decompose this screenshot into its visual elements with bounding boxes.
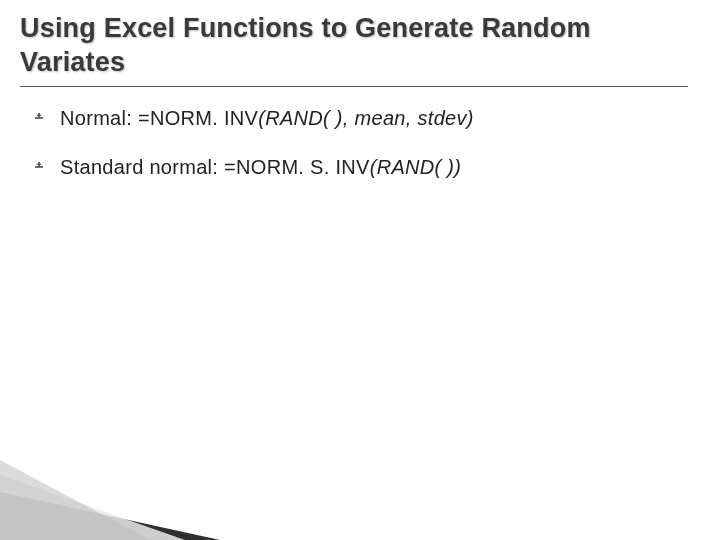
bullet-text: Normal: =NORM. INV(RAND( ), mean, stdev) bbox=[60, 105, 474, 132]
formula-prefix: =NORM. S. INV bbox=[224, 156, 370, 178]
formula-args: (RAND( ), mean, stdev) bbox=[258, 107, 474, 129]
bullet-icon bbox=[34, 107, 46, 127]
bullet-item: Normal: =NORM. INV(RAND( ), mean, stdev) bbox=[34, 105, 678, 132]
formula-prefix: =NORM. INV bbox=[138, 107, 258, 129]
bullet-text: Standard normal: =NORM. S. INV(RAND( )) bbox=[60, 154, 461, 181]
svg-marker-7 bbox=[0, 475, 185, 540]
bullet-label: Normal: bbox=[60, 107, 138, 129]
bullet-label: Standard normal: bbox=[60, 156, 224, 178]
slide-title: Using Excel Functions to Generate Random… bbox=[20, 12, 688, 80]
bullet-item: Standard normal: =NORM. S. INV(RAND( )) bbox=[34, 154, 678, 181]
slide: Using Excel Functions to Generate Random… bbox=[0, 0, 720, 540]
bullet-icon bbox=[34, 156, 46, 176]
formula-args: (RAND( )) bbox=[370, 156, 462, 178]
slide-body: Normal: =NORM. INV(RAND( ), mean, stdev)… bbox=[20, 87, 688, 181]
svg-marker-8 bbox=[0, 460, 150, 540]
corner-decoration bbox=[0, 430, 220, 540]
svg-marker-6 bbox=[0, 492, 220, 540]
